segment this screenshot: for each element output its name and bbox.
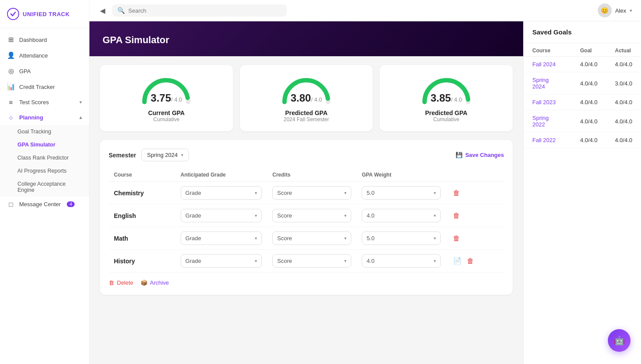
weight-dropdown[interactable]: 5.0 ▾ <box>362 186 441 200</box>
goals-header-actual: Actual <box>606 43 641 57</box>
delete-row-button[interactable]: 🗑 <box>451 210 462 221</box>
weight-dropdown[interactable]: 4.0 ▾ <box>362 254 441 268</box>
score-dropdown[interactable]: Score ▾ <box>272 209 351 222</box>
sidebar-item-goal-tracking[interactable]: Goal Tracking <box>0 125 89 138</box>
score-dropdown[interactable]: Score ▾ <box>272 186 351 200</box>
simulator-card: Semester Spring 2024 ▾ 💾 Save Changes <box>100 140 513 295</box>
table-row: History Grade ▾ Score ▾ 4.0 ▾ <box>109 250 504 272</box>
credit-tracker-icon: 📊 <box>7 83 15 91</box>
sidebar-item-message-center-label: Message Center <box>19 201 61 208</box>
course-name: Math <box>114 235 128 242</box>
logo-icon <box>7 8 19 20</box>
sidebar-item-test-scores[interactable]: ≡ Test Scores ▾ <box>0 95 89 110</box>
sidebar-item-dashboard[interactable]: ⊞ Dashboard <box>0 32 89 48</box>
goal-course-link[interactable]: Fall 2022 <box>532 137 555 143</box>
delete-row-button[interactable]: 🗑 <box>451 187 462 199</box>
gauge-predicted-cumulative: 3.85/ 4.0 <box>418 74 475 104</box>
goal-course-link[interactable]: Fall 2023 <box>532 99 555 105</box>
course-name: English <box>114 212 136 219</box>
goal-course-link[interactable]: Spring 2022 <box>532 115 549 128</box>
page-title: GPA Simulator <box>103 34 510 46</box>
sidebar-item-planning-label: Planning <box>19 114 43 121</box>
sidebar-item-attendance[interactable]: 👤 Attendance <box>0 48 89 63</box>
goal-course-link[interactable]: Spring 2024 <box>532 77 549 90</box>
saved-goals-panel: Saved Goals Course Goal Actual Fall 2024… <box>523 21 641 364</box>
sidebar-item-credit-tracker-label: Credit Tracker <box>19 84 55 90</box>
actual-value: 4.0/4.0 <box>606 110 641 133</box>
gpa-card-predicted-fall: 3.80/ 4.0 Predicted GPA 2024 Fall Semest… <box>240 65 373 131</box>
gpa-card-predicted-cumulative-label: Predicted GPA <box>425 109 467 116</box>
table-header-anticipated-grade: Anticipated Grade <box>175 168 267 182</box>
app-name: UNIFIED TRACK <box>23 11 70 17</box>
collapse-sidebar-button[interactable]: ◀ <box>98 5 107 17</box>
predicted-gpa-fall-denom: / 4.0 <box>311 96 322 103</box>
list-item: Spring 2022 4.0/4.0 4.0/4.0 <box>524 110 641 133</box>
delete-label: Delete <box>117 279 134 286</box>
archive-link[interactable]: 📦 Archive <box>141 279 169 286</box>
archive-row-button[interactable]: 📄 <box>451 255 463 267</box>
sidebar-item-attendance-label: Attendance <box>19 52 48 59</box>
grade-dropdown[interactable]: Grade ▾ <box>181 186 262 200</box>
weight-dropdown-arrow-icon: ▾ <box>434 191 436 195</box>
save-icon: 💾 <box>456 152 463 158</box>
sidebar-item-gpa-simulator[interactable]: GPA Simulator <box>0 138 89 151</box>
grade-dropdown-arrow-icon: ▾ <box>255 191 257 195</box>
save-changes-button[interactable]: 💾 Save Changes <box>456 152 504 158</box>
chevron-up-icon: ▴ <box>79 115 82 120</box>
semester-row: Semester Spring 2024 ▾ 💾 Save Changes <box>109 149 504 161</box>
delete-link[interactable]: 🗑 Delete <box>109 279 134 286</box>
delete-row-button[interactable]: 🗑 <box>465 255 476 267</box>
semester-select[interactable]: Spring 2024 ▾ <box>141 149 189 161</box>
dashboard-icon: ⊞ <box>7 36 15 44</box>
archive-label: Archive <box>150 279 169 286</box>
avatar: 😊 <box>598 3 612 17</box>
sidebar-item-ai-progress-reports[interactable]: AI Progress Reports <box>0 164 89 177</box>
sidebar-item-message-center[interactable]: □ Message Center 4 <box>0 197 89 212</box>
delete-row-button[interactable]: 🗑 <box>451 233 462 244</box>
goal-course-link[interactable]: Fall 2024 <box>532 61 555 68</box>
grade-dropdown-arrow-icon: ▾ <box>255 259 257 263</box>
score-dropdown-arrow-icon: ▾ <box>344 191 346 195</box>
user-name-label: Alex <box>615 7 626 14</box>
table-header-gpa-weight: GPA Weight <box>356 168 446 182</box>
score-dropdown[interactable]: Score ▾ <box>272 254 351 268</box>
ai-fab-icon: 🤖 <box>614 335 625 346</box>
sidebar-item-class-rank-predictor-label: Class Rank Predictor <box>17 155 69 161</box>
ai-fab-button[interactable]: 🤖 <box>608 329 631 352</box>
saved-goals-title: Saved Goals <box>524 21 641 43</box>
grade-dropdown[interactable]: Grade ▾ <box>181 231 262 245</box>
logo: UNIFIED TRACK <box>0 0 89 28</box>
goal-value: 4.0/4.0 <box>571 133 606 148</box>
gpa-card-current-sublabel: Cumulative <box>153 116 179 122</box>
user-menu[interactable]: 😊 Alex ▾ <box>598 3 632 17</box>
weight-dropdown[interactable]: 5.0 ▾ <box>362 231 441 245</box>
svg-point-0 <box>7 8 19 20</box>
course-name: Chemistry <box>114 190 144 197</box>
sidebar-item-credit-tracker[interactable]: 📊 Credit Tracker <box>0 79 89 95</box>
weight-dropdown[interactable]: 4.0 ▾ <box>362 209 441 222</box>
list-item: Fall 2024 4.0/4.0 4.0/4.0 <box>524 57 641 72</box>
sidebar-item-gpa-simulator-label: GPA Simulator <box>17 142 55 148</box>
score-dropdown[interactable]: Score ▾ <box>272 231 351 245</box>
score-dropdown-arrow-icon: ▾ <box>344 213 346 218</box>
delete-icon: 🗑 <box>109 279 114 286</box>
sidebar-item-class-rank-predictor[interactable]: Class Rank Predictor <box>0 151 89 164</box>
main-content: ◀ 🔍 😊 Alex ▾ GPA Simulator <box>89 0 641 364</box>
score-dropdown-arrow-icon: ▾ <box>344 236 346 241</box>
search-input[interactable] <box>128 7 281 14</box>
grade-dropdown[interactable]: Grade ▾ <box>181 209 262 222</box>
predicted-gpa-fall-value: 3.80 <box>291 92 311 104</box>
weight-dropdown-arrow-icon: ▾ <box>434 236 436 241</box>
attendance-icon: 👤 <box>7 51 15 59</box>
header: ◀ 🔍 😊 Alex ▾ <box>89 0 641 21</box>
semester-select-value: Spring 2024 <box>147 152 178 158</box>
gauge-current: 3.75/ 4.0 <box>138 74 195 104</box>
current-gpa-value: 3.75 <box>151 92 171 104</box>
weight-dropdown-arrow-icon: ▾ <box>434 213 436 218</box>
grade-dropdown[interactable]: Grade ▾ <box>181 254 262 268</box>
search-bar: 🔍 <box>112 4 287 17</box>
sidebar-item-planning[interactable]: ○ Planning ▴ <box>0 110 89 125</box>
sidebar-item-college-acceptance-engine[interactable]: College Acceptance Engine <box>0 177 89 197</box>
weight-dropdown-arrow-icon: ▾ <box>434 259 436 263</box>
sidebar-item-gpa[interactable]: ◎ GPA <box>0 63 89 79</box>
